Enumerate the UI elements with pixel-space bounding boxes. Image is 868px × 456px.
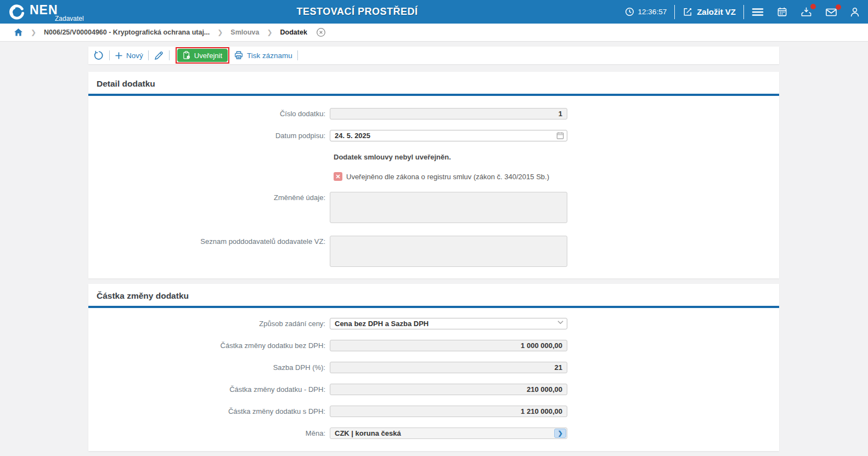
breadcrumb-smlouva[interactable]: Smlouva bbox=[230, 29, 259, 36]
toolbar-divider bbox=[297, 50, 298, 60]
mena-open-chevron-right-icon[interactable]: ❯ bbox=[554, 429, 566, 438]
print-button-label: Tisk záznamu bbox=[247, 52, 292, 60]
sazba-dph-input bbox=[330, 362, 567, 373]
downloads-button[interactable] bbox=[801, 7, 812, 18]
breadcrumb-separator: ❯ bbox=[217, 29, 223, 36]
plus-icon bbox=[115, 52, 123, 60]
server-time: 12:36:57 bbox=[625, 7, 667, 16]
create-vz-button[interactable]: Založit VZ bbox=[683, 7, 736, 17]
seznam-poddodavatelu-textarea bbox=[330, 236, 567, 267]
field-label-seznam-poddodavatelu: Seznam poddodavatelů dodavatele VZ: bbox=[88, 236, 330, 246]
clock-icon bbox=[625, 7, 634, 16]
field-label-mena: Měna: bbox=[88, 429, 330, 437]
printer-icon bbox=[234, 50, 244, 60]
nen-logo[interactable]: NEN Zadavatel bbox=[8, 3, 84, 21]
breadcrumb-dodatek: Dodatek bbox=[280, 29, 307, 36]
clipboard-gear-icon bbox=[183, 51, 191, 60]
create-vz-label: Založit VZ bbox=[697, 7, 736, 16]
time-value: 12:36:57 bbox=[638, 8, 667, 16]
castka-bez-dph-input bbox=[330, 340, 567, 351]
record-toolbar: Nový Uveřejnit bbox=[88, 47, 779, 64]
hamburger-icon bbox=[752, 7, 764, 17]
publish-button[interactable]: Uveřejnit bbox=[177, 49, 228, 62]
field-label-zmenene-udaje: Změněné údaje: bbox=[88, 192, 330, 202]
messages-button[interactable] bbox=[825, 7, 837, 17]
mena-value: CZK | koruna česká bbox=[335, 429, 401, 437]
castka-zmeny-section: Částka změny dodatku Způsob zadání ceny:… bbox=[88, 284, 779, 451]
person-icon bbox=[849, 7, 860, 18]
publish-button-label: Uveřejnit bbox=[194, 52, 222, 60]
castka-dph-input bbox=[330, 384, 567, 395]
datum-podpisu-input[interactable] bbox=[330, 130, 567, 141]
field-label-castka-s-dph: Částka změny dodatku s DPH: bbox=[88, 407, 330, 415]
user-profile-button[interactable] bbox=[849, 7, 860, 18]
field-label-castka-bez-dph: Částka změny dodatku bez DPH: bbox=[88, 341, 330, 350]
notification-dot bbox=[810, 4, 816, 9]
calendar-icon bbox=[777, 7, 787, 17]
edit-square-icon bbox=[683, 7, 693, 17]
header-divider bbox=[674, 5, 675, 19]
publish-status-note: Dodatek smlouvy nebyl uveřejněn. bbox=[334, 153, 779, 161]
notification-dot bbox=[836, 4, 841, 10]
header-divider bbox=[743, 5, 744, 19]
app-header: NEN Zadavatel TESTOVACÍ PROSTŘEDÍ 12:36:… bbox=[0, 0, 868, 24]
nen-swirl-icon bbox=[8, 3, 25, 21]
new-button-label: Nový bbox=[126, 52, 143, 60]
home-icon[interactable] bbox=[14, 28, 23, 37]
refresh-button[interactable] bbox=[93, 50, 104, 61]
field-label-sazba-dph: Sazba DPH (%): bbox=[88, 363, 330, 372]
toolbar-divider bbox=[148, 50, 149, 60]
brand-subtitle: Zadavatel bbox=[55, 15, 84, 22]
chevron-down-icon bbox=[557, 320, 563, 324]
zpusob-zadani-ceny-select[interactable]: Cena bez DPH a Sazba DPH bbox=[330, 318, 567, 329]
section-title: Částka změny dodatku bbox=[88, 284, 779, 301]
registr-smluv-checkbox-unchecked-icon[interactable]: ✕ bbox=[334, 172, 342, 181]
edit-button[interactable] bbox=[154, 50, 164, 61]
zmenene-udaje-textarea bbox=[330, 192, 567, 223]
field-label-zpusob-zadani-ceny: Způsob zadání ceny: bbox=[88, 320, 330, 328]
toolbar-divider bbox=[169, 50, 170, 60]
menu-button[interactable] bbox=[752, 7, 764, 17]
registr-smluv-checkbox-label: Uveřejněno dle zákona o registru smluv (… bbox=[346, 173, 549, 181]
detail-dodatku-section: Detail dodatku Číslo dodatku: Datum podp… bbox=[88, 72, 779, 278]
breadcrumb-contract[interactable]: N006/25/V00004960 - Kryptografická ochra… bbox=[44, 29, 210, 36]
field-label-castka-dph: Částka změny dodatku - DPH: bbox=[88, 385, 330, 394]
breadcrumb: ❯ N006/25/V00004960 - Kryptografická och… bbox=[0, 24, 868, 42]
castka-s-dph-input bbox=[330, 406, 567, 417]
close-tab-icon[interactable] bbox=[316, 27, 326, 37]
print-button[interactable]: Tisk záznamu bbox=[234, 50, 292, 60]
toolbar-divider bbox=[109, 50, 110, 60]
field-label-datum-podpisu: Datum podpisu: bbox=[88, 132, 330, 140]
new-button[interactable]: Nový bbox=[115, 52, 143, 60]
mena-picker: CZK | koruna česká ❯ bbox=[330, 428, 567, 439]
section-title: Detail dodatku bbox=[88, 72, 779, 89]
field-label-cislo-dodatku: Číslo dodatku: bbox=[88, 110, 330, 118]
calendar-button[interactable] bbox=[777, 7, 787, 17]
environment-title: TESTOVACÍ PROSTŘEDÍ bbox=[297, 6, 418, 18]
breadcrumb-separator: ❯ bbox=[31, 29, 36, 36]
cislo-dodatku-input bbox=[330, 108, 567, 119]
zpusob-zadani-ceny-value: Cena bez DPH a Sazba DPH bbox=[335, 320, 429, 328]
breadcrumb-separator: ❯ bbox=[267, 29, 272, 36]
date-picker-icon[interactable] bbox=[556, 132, 564, 140]
publish-highlight-annotation: Uveřejnit bbox=[176, 47, 229, 64]
brand-text: NEN bbox=[30, 3, 58, 17]
